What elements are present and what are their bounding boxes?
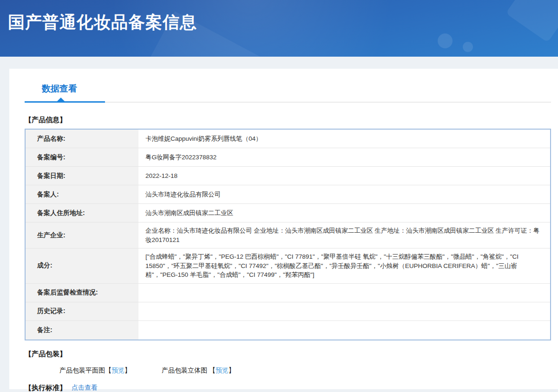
tab-divider xyxy=(25,102,551,103)
row-label: 备案人住所地址: xyxy=(26,204,138,222)
table-row-product-name: 产品名称: 卡泡维妮Cappuvini奶雾系列唇线笔（04） xyxy=(26,130,550,148)
row-label: 备案日期: xyxy=(26,167,138,185)
row-value xyxy=(138,302,550,320)
tab-arrow-indicator xyxy=(57,98,65,101)
page-body: 数据查看 【产品信息】 产品名称: 卡泡维妮Cappuvini奶雾系列唇线笔（0… xyxy=(0,57,558,392)
packaging-flat-label: 产品包装平面图 xyxy=(59,366,105,374)
row-value: ["合成蜂蜡"，"聚异丁烯"，"PEG-12 巴西棕榈蜡"，"CI 77891"… xyxy=(138,248,550,283)
table-row-filing-number: 备案编号: 粤G妆网备字2022378832 xyxy=(26,148,550,167)
table-row-ingredients: 成分: ["合成蜂蜡"，"聚异丁烯"，"PEG-12 巴西棕榈蜡"，"CI 77… xyxy=(26,248,550,284)
row-value: 卡泡维妮Cappuvini奶雾系列唇线笔（04） xyxy=(138,130,550,148)
section-product-info-title: 【产品信息】 xyxy=(25,116,551,124)
table-row-filing-date: 备案日期: 2022-12-18 xyxy=(26,167,550,185)
row-value: 粤G妆网备字2022378832 xyxy=(138,148,550,166)
row-label: 成分: xyxy=(26,248,138,283)
row-label: 产品名称: xyxy=(26,130,138,148)
table-row-filer-address: 备案人住所地址: 汕头市潮南区成田镇家二工业区 xyxy=(26,204,550,222)
tab-active-underline xyxy=(25,101,105,103)
packaging-stereo-label: 产品包装立体图 xyxy=(162,366,207,374)
table-row-manufacturer: 生产企业: 企业名称：汕头市琦迹化妆品有限公司 企业地址：汕头市潮南区成田镇家二… xyxy=(26,222,550,248)
packaging-preview-row: 产品包装平面图【预览】 产品包装立体图 【预览】 xyxy=(25,366,551,375)
bracket-open: 【 xyxy=(209,366,216,374)
packaging-flat-preview-link[interactable]: 预览 xyxy=(112,366,125,374)
execution-standard-row: 【执行标准】 点击查看 xyxy=(25,384,551,392)
banner-circle-decoration xyxy=(438,33,453,48)
row-label: 备注: xyxy=(26,321,138,340)
table-row-filer: 备案人: 汕头市琦迹化妆品有限公司 xyxy=(26,185,550,204)
row-label: 备案后监督检查情况: xyxy=(26,284,138,302)
section-packaging-title: 【产品包装】 xyxy=(25,350,551,359)
bracket-close: 】 xyxy=(125,366,131,374)
row-value: 企业名称：汕头市琦迹化妆品有限公司 企业地址：汕头市潮南区成田镇家二工业区 生产… xyxy=(138,222,550,248)
section-execution-standard-title: 【执行标准】 xyxy=(25,384,66,392)
row-label: 生产企业: xyxy=(26,222,138,248)
page-title: 国产普通化妆品备案信息 xyxy=(8,11,197,34)
row-value: 汕头市琦迹化妆品有限公司 xyxy=(138,185,550,203)
bracket-open: 【 xyxy=(105,366,112,374)
bracket-close: 】 xyxy=(229,366,235,374)
tab-bar: 数据查看 xyxy=(25,83,551,102)
content-card: 数据查看 【产品信息】 产品名称: 卡泡维妮Cappuvini奶雾系列唇线笔（0… xyxy=(9,69,558,389)
product-info-table: 产品名称: 卡泡维妮Cappuvini奶雾系列唇线笔（04） 备案编号: 粤G妆… xyxy=(25,129,551,340)
row-value: 汕头市潮南区成田镇家二工业区 xyxy=(138,204,550,222)
row-value xyxy=(138,284,550,302)
packaging-flat-group: 产品包装平面图【预览】 xyxy=(59,366,131,375)
row-value: 2022-12-18 xyxy=(138,167,550,185)
table-row-supervision: 备案后监督检查情况: xyxy=(26,284,550,302)
row-value xyxy=(138,321,550,340)
packaging-stereo-group: 产品包装立体图 【预览】 xyxy=(162,366,235,375)
banner-circle-decoration xyxy=(463,42,473,52)
table-row-history: 历史记录: xyxy=(26,302,550,321)
page-header-banner: 国产普通化妆品备案信息 xyxy=(0,0,558,57)
row-label: 历史记录: xyxy=(26,302,138,320)
table-row-remarks: 备注: xyxy=(26,321,550,340)
execution-standard-view-link[interactable]: 点击查看 xyxy=(72,384,98,392)
packaging-stereo-preview-link[interactable]: 预览 xyxy=(216,366,229,374)
row-label: 备案编号: xyxy=(26,148,138,166)
row-label: 备案人: xyxy=(26,185,138,203)
